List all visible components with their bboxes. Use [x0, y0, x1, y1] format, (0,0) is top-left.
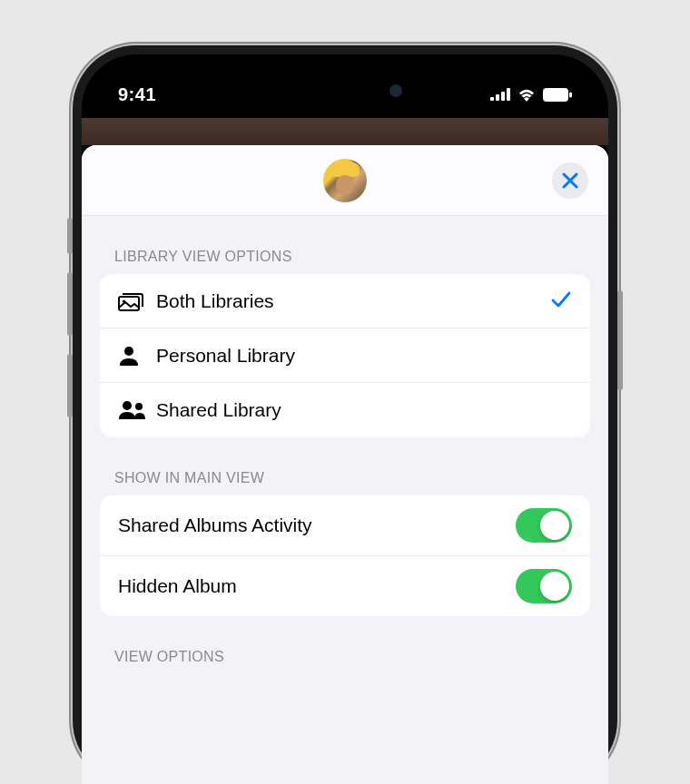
mainview-section-header: SHOW IN MAIN VIEW	[100, 437, 590, 495]
svg-rect-0	[490, 97, 494, 101]
library-section-header: LIBRARY VIEW OPTIONS	[100, 216, 590, 274]
toggle-label: Shared Albums Activity	[118, 514, 516, 536]
toggle-shared-albums: Shared Albums Activity	[100, 495, 590, 556]
content: LIBRARY VIEW OPTIONS Both Libraries	[82, 216, 608, 674]
viewoptions-section-header: VIEW OPTIONS	[100, 616, 590, 674]
library-options-group: Both Libraries	[100, 274, 590, 437]
option-label: Shared Library	[156, 399, 572, 421]
svg-rect-6	[119, 297, 139, 310]
side-button	[67, 218, 73, 254]
avatar[interactable]	[323, 159, 367, 202]
dynamic-island	[277, 73, 413, 109]
toggle-label: Hidden Album	[118, 575, 516, 597]
side-button	[67, 354, 73, 417]
people-icon	[118, 400, 149, 420]
status-time: 9:41	[118, 84, 156, 105]
option-shared-library[interactable]: Shared Library	[100, 383, 590, 437]
wifi-icon	[518, 88, 536, 102]
svg-point-8	[124, 347, 133, 356]
stack-icon	[118, 291, 149, 311]
side-button	[617, 290, 623, 390]
mainview-toggles-group: Shared Albums Activity Hidden Album	[100, 495, 590, 616]
camera-icon	[389, 84, 402, 97]
option-personal-library[interactable]: Personal Library	[100, 328, 590, 383]
sheet-backdrop	[82, 118, 608, 145]
option-both-libraries[interactable]: Both Libraries	[100, 274, 590, 328]
side-button	[67, 272, 73, 336]
phone-frame: 9:41	[73, 45, 617, 784]
cellular-icon	[490, 88, 510, 101]
toggle-switch[interactable]	[516, 508, 572, 543]
screen: 9:41	[82, 54, 608, 784]
close-button[interactable]	[552, 162, 588, 199]
svg-rect-1	[496, 94, 499, 101]
status-icons	[490, 88, 572, 102]
person-icon	[118, 345, 149, 367]
svg-rect-3	[507, 88, 510, 101]
options-sheet: LIBRARY VIEW OPTIONS Both Libraries	[82, 145, 608, 784]
svg-rect-2	[501, 92, 505, 101]
svg-point-10	[135, 403, 143, 410]
svg-point-9	[123, 401, 132, 410]
option-label: Both Libraries	[156, 290, 550, 312]
svg-rect-4	[543, 88, 568, 102]
checkmark-icon	[550, 289, 572, 314]
sheet-header	[82, 145, 608, 216]
toggle-hidden-album: Hidden Album	[100, 556, 590, 616]
close-icon	[562, 172, 578, 189]
battery-icon	[543, 88, 572, 102]
toggle-switch[interactable]	[516, 569, 572, 603]
svg-rect-5	[569, 92, 572, 97]
option-label: Personal Library	[156, 345, 572, 367]
